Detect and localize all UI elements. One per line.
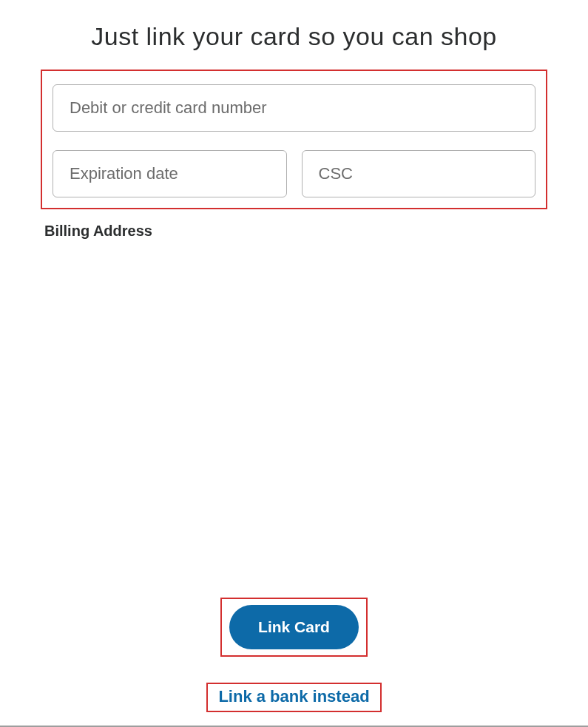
- link-bank-instead-link[interactable]: Link a bank instead: [218, 687, 369, 706]
- page-title: Just link your card so you can shop: [41, 22, 547, 51]
- billing-address-label: Billing Address: [41, 223, 547, 240]
- card-number-input[interactable]: [53, 84, 535, 132]
- expiry-csc-row: [53, 150, 535, 197]
- form-container: Just link your card so you can shop Bill…: [0, 0, 588, 240]
- csc-input[interactable]: [302, 150, 536, 197]
- card-fields-highlight: [41, 70, 547, 209]
- link-bank-highlight: Link a bank instead: [206, 683, 381, 712]
- link-card-highlight: Link Card: [220, 598, 368, 657]
- card-number-row: [53, 84, 535, 132]
- expiration-input[interactable]: [53, 150, 287, 197]
- actions-area: Link Card Link a bank instead: [0, 598, 588, 712]
- link-card-button[interactable]: Link Card: [229, 605, 359, 649]
